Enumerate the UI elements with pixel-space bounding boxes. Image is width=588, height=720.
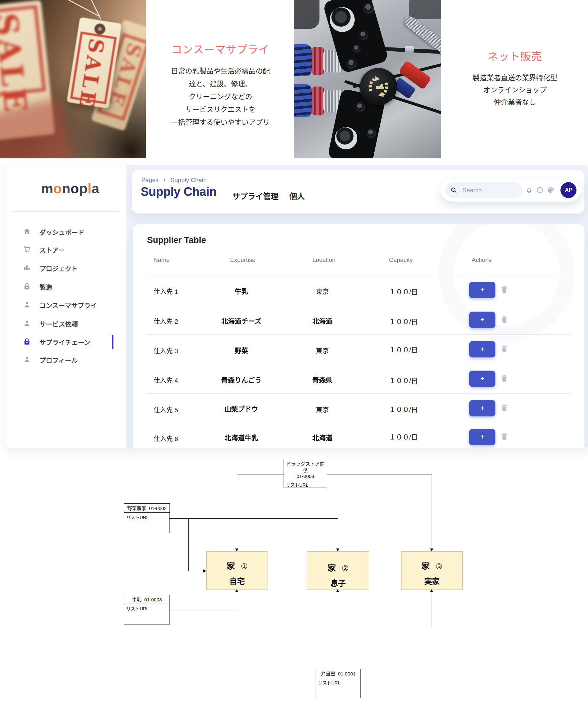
add-button[interactable]: +: [469, 371, 496, 387]
tab-supply-management[interactable]: サプライ管理: [232, 190, 278, 201]
lock-icon: [23, 337, 31, 346]
column-header-actions: Actions: [472, 256, 491, 264]
tab-personal[interactable]: 個人: [289, 190, 305, 201]
diagram-node-house-1-home: 家① 自宅: [206, 551, 268, 590]
feature-line: オンラインショップ: [448, 84, 582, 96]
node-header: ドラッグストア関係 01-0003: [284, 459, 327, 480]
sidebar-item-label: サプライチェーン: [39, 337, 90, 347]
cell-name: 仕入先 5: [153, 405, 178, 414]
lock-icon: [23, 282, 31, 290]
house-label: 家: [328, 563, 336, 573]
cell-expertise: 青森りんごう: [209, 375, 273, 384]
logo-letter: a: [92, 181, 99, 196]
add-button[interactable]: +: [469, 312, 496, 328]
arrowhead-down: [235, 549, 238, 551]
sidebar-item-label: ストアー: [39, 245, 65, 254]
bolt: [359, 30, 368, 40]
diagram-node-bento-shop: 弁当屋 01-0001 リストURL: [316, 669, 361, 698]
coil-spring: [294, 84, 312, 117]
sidebar-item-manufacturing[interactable]: 製造: [6, 280, 126, 293]
connector-line: [338, 592, 338, 669]
feature-description: 製造業者直送の業界特化型 オンラインショップ 仲介業者なし: [448, 72, 582, 108]
connector-line: [432, 592, 432, 627]
page: SALE SALE SALE コンスーマサプライ 日常の乳製品や生活必需品の配 …: [0, 0, 588, 720]
monopla-logo[interactable]: monopla: [35, 181, 105, 197]
house-number: ③: [436, 562, 442, 571]
row-divider: [146, 423, 571, 423]
info-icon[interactable]: [536, 186, 544, 194]
feature-description: 日常の乳製品や生活必需品の配 達と、建設、修理、 クリーニングなどの サービスリ…: [150, 65, 291, 129]
washer-bolt: [335, 127, 357, 149]
braided-hose: [403, 15, 441, 61]
logo-letter: o: [70, 181, 79, 196]
row-divider: [146, 275, 571, 275]
trash-icon[interactable]: [500, 285, 508, 295]
sidebar-item-profile[interactable]: プロフィール: [6, 353, 126, 366]
monopla-app-window: monopla ダッシュボード ストアー プロジェクト 製造 コンスーマサプライ: [6, 165, 588, 449]
avatar[interactable]: AP: [561, 182, 576, 198]
cell-expertise: 北海道チーズ: [209, 316, 273, 325]
feature-net-sales: ネット販売 製造業者直送の業界特化型 オンラインショップ 仲介業者なし: [448, 48, 582, 108]
cell-capacity: １００/日: [389, 345, 418, 354]
cart-icon: [23, 245, 31, 253]
sidebar-item-service-requests[interactable]: サービス依頼: [6, 317, 126, 330]
node-title: 牛乳: [132, 597, 142, 602]
feature-line: 一括管理する使いやすいアプリ: [150, 116, 291, 129]
trash-icon[interactable]: [500, 374, 508, 384]
breadcrumb-root[interactable]: Pages: [141, 177, 159, 183]
add-button[interactable]: +: [469, 400, 496, 416]
row-divider: [146, 393, 571, 394]
breadcrumb-current[interactable]: Supply Chain: [170, 177, 207, 183]
shock-collar: [312, 47, 324, 75]
add-button[interactable]: +: [469, 341, 496, 357]
sidebar-item-consumer-supply[interactable]: コンスーマサプライ: [6, 298, 126, 311]
feature-line: 達と、建設、修理、: [150, 78, 291, 90]
sidebar-item-dashboard[interactable]: ダッシュボード: [6, 225, 126, 238]
house-label: 家: [227, 561, 235, 571]
search-input[interactable]: [462, 185, 518, 196]
column-header-expertise: Expertise: [230, 256, 255, 264]
engine-photo: [294, 0, 441, 158]
node-header: 弁当屋 01-0001: [316, 669, 360, 678]
node-code: 01-0001: [338, 671, 356, 676]
house-name: 息子: [307, 577, 369, 588]
tag-string: [63, 0, 100, 17]
feature-line: サービスリクエストを: [150, 103, 291, 116]
arrowhead-up: [430, 589, 433, 592]
cell-expertise: 野菜: [209, 345, 273, 355]
bolt: [363, 3, 374, 14]
trash-icon[interactable]: [500, 315, 508, 325]
shock-collar: [312, 86, 324, 116]
add-button[interactable]: +: [469, 282, 496, 298]
logo-letter: p: [79, 181, 88, 196]
logo-letter: m: [41, 181, 54, 196]
sale-tags-photo: SALE SALE SALE: [0, 0, 146, 158]
sidebar-item-label: サービス依頼: [39, 319, 78, 329]
trash-icon[interactable]: [500, 404, 508, 413]
cell-capacity: １００/日: [389, 432, 418, 441]
cell-capacity: １００/日: [389, 404, 418, 414]
tag-grommet: [93, 23, 106, 35]
column-header-name: Name: [153, 256, 170, 264]
search-box[interactable]: [445, 182, 522, 198]
trash-icon[interactable]: [500, 432, 508, 442]
connector-line: [237, 592, 237, 627]
connector-line: [188, 571, 203, 571]
chart-icon: [23, 264, 31, 272]
page-header: Pages / Supply Chain Supply Chain サプライ管理…: [132, 170, 585, 213]
bolt: [352, 44, 360, 53]
sidebar-item-supply-chain[interactable]: サプライチェーン: [6, 335, 126, 348]
add-button[interactable]: +: [469, 429, 496, 445]
sidebar-item-store[interactable]: ストアー: [6, 243, 126, 255]
trash-icon[interactable]: [500, 345, 508, 354]
palette-icon[interactable]: [547, 186, 555, 194]
sidebar-item-label: プロジェクト: [39, 264, 78, 273]
connector-line: [237, 627, 432, 627]
connector-line: [169, 518, 338, 519]
node-title: ドラッグストア関係: [285, 460, 326, 473]
bell-icon[interactable]: [525, 186, 533, 194]
column-header-capacity: Capacity: [389, 256, 413, 264]
arrowhead-right: [203, 569, 206, 573]
sidebar-item-projects[interactable]: プロジェクト: [6, 261, 126, 274]
breadcrumb[interactable]: Pages / Supply Chain: [141, 177, 207, 184]
